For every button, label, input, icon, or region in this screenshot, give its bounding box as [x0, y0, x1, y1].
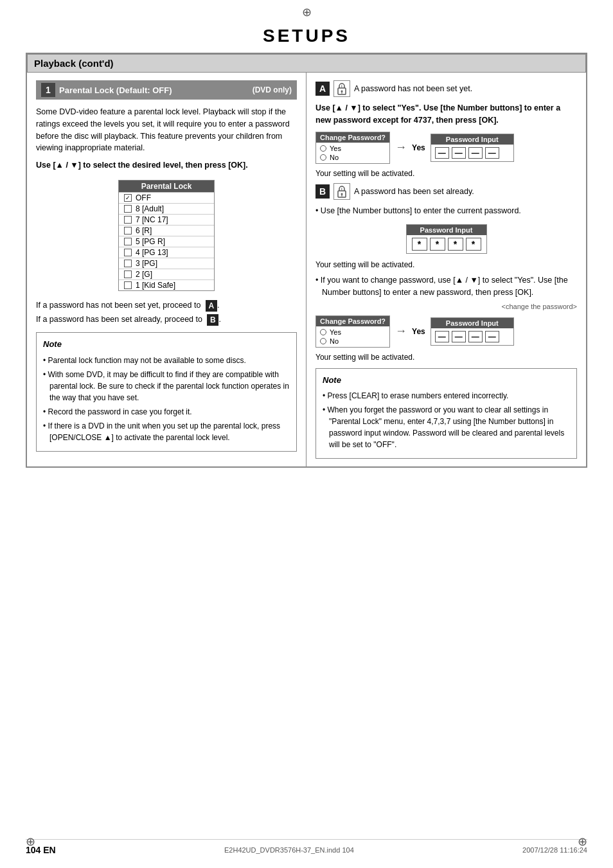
pwd-star-0: *: [412, 238, 427, 251]
note-item-3: • If there is a DVD in the unit when you…: [43, 420, 290, 443]
pwd-star-3: *: [466, 238, 481, 251]
right-column: A i A password has not been set yet.: [306, 73, 586, 466]
pl-option-1: 8 [Adult]: [136, 204, 164, 213]
parental-lock-box: Parental Lock OFF 8 [Adult] 7 [NC 17]: [118, 180, 215, 291]
section-b-badge: B: [315, 184, 330, 199]
cpb-yes-row-a: Yes: [320, 144, 386, 153]
pwd-stars-center: Password Input * * * *: [315, 220, 577, 258]
svg-text:i: i: [341, 187, 342, 191]
yes-label-b: Yes: [412, 327, 425, 336]
proceed-b-text: If a password has been set already, proc…: [36, 314, 297, 326]
yes-label-a: Yes: [412, 143, 425, 152]
content-area: 1 Parental Lock (Default: OFF) (DVD only…: [27, 73, 586, 466]
pl-option-8: 1 [Kid Safe]: [136, 281, 175, 290]
arrow-b: →: [395, 324, 407, 338]
pl-row-0: OFF: [119, 192, 214, 203]
main-content: Playback (cont'd) 1 Parental Lock (Defau…: [26, 53, 587, 468]
change-pwd-diagram-b: Change Password? Yes No →: [315, 315, 577, 348]
section-header: Playback (cont'd): [27, 54, 586, 73]
pl-checkbox-5: [124, 249, 132, 256]
pl-option-7: 2 [G]: [136, 270, 152, 279]
note-item-right-0: • Press [CLEAR] to erase numbers entered…: [323, 390, 570, 402]
section-b-description: A password has been set already.: [354, 187, 474, 196]
pl-checkbox-8: [124, 281, 132, 289]
reg-mark-top: ⊕: [302, 5, 312, 19]
note-title-right: Note: [323, 374, 570, 387]
note-box-right: Note • Press [CLEAR] to erase numbers en…: [315, 368, 577, 459]
svg-text:i: i: [341, 84, 342, 88]
change-pwd-label: <change the password>: [315, 303, 577, 310]
svg-point-1: [341, 91, 343, 93]
pwd-slot-a-0: —: [435, 147, 449, 159]
note-item-1: • With some DVD, it may be difficult to …: [43, 369, 290, 403]
pl-row-7: 2 [G]: [119, 269, 214, 279]
change-pwd-box-a: Change Password? Yes No: [315, 132, 390, 164]
note-title-left: Note: [43, 338, 290, 351]
pwd-star-1: *: [430, 238, 445, 251]
pl-row-2: 7 [NC 17]: [119, 214, 214, 225]
lock-icon-container-a: i: [333, 80, 350, 97]
pwd-slot-a-3: —: [485, 147, 499, 159]
step-title: Parental Lock (Default: OFF): [59, 85, 172, 95]
cpb-yes-row-b: Yes: [320, 328, 386, 337]
pl-option-6: 3 [PG]: [136, 259, 157, 268]
reg-mark-bottom-left: ⊕: [26, 835, 35, 849]
cpb-no-row-b: No: [320, 337, 386, 346]
cpb-radio-no-a: [320, 154, 326, 161]
pl-row-6: 3 [PG]: [119, 258, 214, 269]
footer: 104 EN E2H42UD_DVDR3576H-37_EN.indd 104 …: [26, 839, 587, 855]
arrow-a: →: [395, 141, 407, 154]
pwd-slots-b: — — — —: [431, 328, 513, 345]
pl-row-3: 6 [R]: [119, 225, 214, 236]
pl-header: Parental Lock: [119, 181, 214, 192]
pl-option-4: 5 [PG R]: [136, 237, 165, 246]
pwd-box-header-b: Password Input: [431, 318, 513, 328]
cpb-no-row-a: No: [320, 153, 386, 162]
change-pwd-diagram-a: Change Password? Yes No →: [315, 132, 577, 164]
pl-checkbox-3: [124, 227, 132, 235]
activated-text-b2: Your setting will be activated.: [315, 353, 577, 362]
note-box-left: Note • Parental lock function may not be…: [36, 332, 297, 452]
note-item-2: • Record the password in case you forget…: [43, 406, 290, 418]
cpb-header-b: Change Password?: [316, 316, 389, 326]
proceed-b-badge: B: [207, 314, 218, 326]
pl-option-3: 6 [R]: [136, 226, 152, 235]
pl-checkbox-6: [124, 260, 132, 267]
pl-row-1: 8 [Adult]: [119, 203, 214, 214]
pwd-slots-a: — — — —: [431, 145, 513, 161]
step-badge: 1: [41, 83, 55, 97]
pl-option-5: 4 [PG 13]: [136, 248, 168, 257]
section-a-instruction: Use [▲ / ▼] to select "Yes". Use [the Nu…: [315, 102, 577, 127]
activated-text-b: Your setting will be activated.: [315, 260, 577, 269]
pl-checkbox-0: [124, 194, 132, 202]
password-input-box-a: Password Input — — — —: [431, 134, 514, 162]
pl-row-4: 5 [PG R]: [119, 236, 214, 247]
activated-text-a: Your setting will be activated.: [315, 169, 577, 178]
cpb-rows-b: Yes No: [316, 326, 389, 347]
note-item-0: • Parental lock function may not be avai…: [43, 355, 290, 366]
section-b-row: B i A password has been set already.: [315, 183, 577, 200]
step-row: 1 Parental Lock (Default: OFF) (DVD only…: [36, 80, 297, 100]
cpb-rows-a: Yes No: [316, 143, 389, 163]
pl-row-8: 1 [Kid Safe]: [119, 279, 214, 290]
pwd-slot-a-2: —: [468, 147, 483, 159]
pwd-box-header-a: Password Input: [431, 134, 513, 145]
lock-icon-a: i: [336, 82, 348, 95]
pwd-slot-b-3: —: [485, 331, 499, 342]
pwd-stars-box: Password Input * * * *: [406, 224, 487, 254]
section-a-badge: A: [315, 82, 330, 96]
step1-body: Some DVD-video feature a parental lock l…: [36, 106, 297, 154]
pwd-slot-b-2: —: [468, 331, 483, 342]
section-a-row: A i A password has not been set yet.: [315, 80, 577, 97]
cpb-radio-yes-a: [320, 145, 326, 152]
lock-icon-b: i: [336, 185, 348, 198]
pwd-star-2: *: [448, 238, 463, 251]
cpb-header-a: Change Password?: [316, 132, 389, 143]
pwd-stars-header: Password Input: [407, 225, 486, 235]
pwd-slot-b-1: —: [452, 331, 466, 342]
pwd-slot-a-1: —: [452, 147, 466, 159]
cpb-radio-no-b: [320, 338, 326, 344]
note-item-right-1: • When you forget the password or you wa…: [323, 404, 570, 450]
cpb-radio-yes-b: [320, 329, 326, 335]
change-pwd-box-b: Change Password? Yes No: [315, 315, 390, 348]
